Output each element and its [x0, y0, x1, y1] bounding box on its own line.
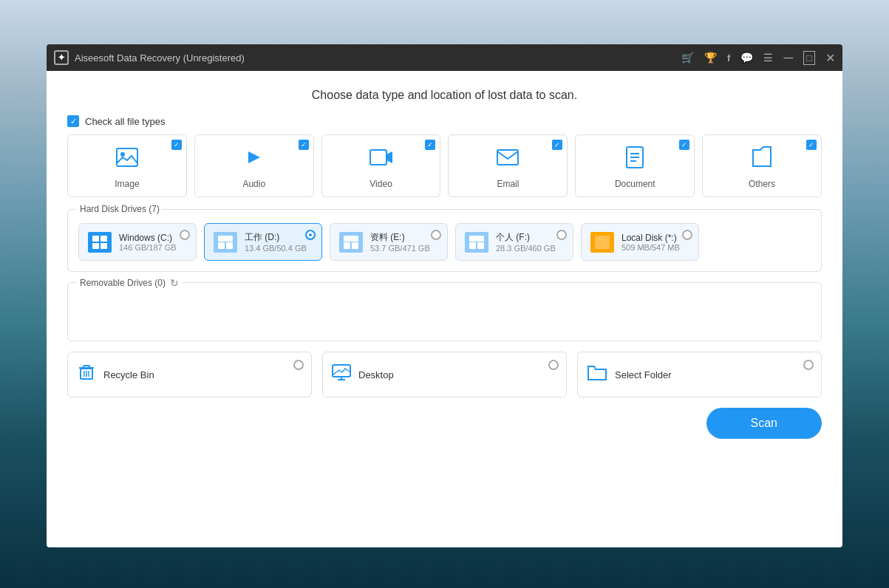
file-type-video[interactable]: Video	[321, 134, 441, 197]
image-checkbox[interactable]	[171, 140, 182, 150]
cart-icon[interactable]: 🛒	[681, 52, 694, 64]
windows-drive-icon	[88, 232, 112, 253]
menu-icon[interactable]: ☰	[763, 52, 773, 64]
drive-d-name: 工作 (D:)	[245, 231, 307, 244]
select-folder-card[interactable]: Select Folder	[577, 352, 822, 397]
drive-f[interactable]: 个人 (F:) 28.3 GB/460 GB	[455, 223, 573, 261]
drive-c[interactable]: Windows (C:) 146 GB/187 GB	[78, 223, 197, 261]
drive-c-info: Windows (C:) 146 GB/187 GB	[119, 233, 177, 252]
drive-star-size: 509 MB/547 MB	[621, 243, 680, 252]
drive-d-radio[interactable]	[305, 230, 316, 240]
desktop-icon	[332, 363, 351, 386]
svg-rect-19	[344, 236, 358, 242]
recycle-bin-radio[interactable]	[293, 360, 304, 370]
svg-rect-21	[477, 242, 484, 249]
svg-rect-26	[84, 366, 89, 368]
video-label: Video	[369, 179, 392, 189]
hard-disk-drives-section: Hard Disk Drives (7) Windows (C:) 146 GB…	[67, 209, 822, 272]
drive-star-info: Local Disk (*:) 509 MB/547 MB	[621, 233, 680, 252]
chat-icon[interactable]: 💬	[740, 52, 753, 64]
svg-rect-20	[469, 242, 476, 249]
desktop-label: Desktop	[358, 369, 394, 380]
drive-e[interactable]: 资料 (E:) 53.7 GB/471 GB	[330, 223, 448, 261]
page-heading: Choose data type and location of lost da…	[67, 89, 822, 102]
svg-rect-17	[344, 242, 350, 249]
drive-f-info: 个人 (F:) 28.3 GB/460 GB	[496, 231, 556, 253]
e-drive-icon	[339, 232, 363, 253]
drive-c-radio[interactable]	[180, 230, 190, 240]
audio-icon	[242, 146, 266, 174]
check-all-row: Check all file types	[67, 115, 822, 127]
folder-icon	[587, 363, 607, 386]
image-icon	[115, 146, 139, 174]
drive-star[interactable]: Local Disk (*:) 509 MB/547 MB	[581, 223, 699, 261]
svg-rect-16	[218, 236, 233, 242]
minimize-button[interactable]: ─	[783, 51, 793, 64]
svg-rect-3	[370, 150, 386, 165]
drive-star-radio[interactable]	[682, 230, 692, 240]
drive-e-info: 资料 (E:) 53.7 GB/471 GB	[370, 231, 430, 253]
file-type-email[interactable]: Email	[448, 134, 568, 197]
drive-d[interactable]: 工作 (D:) 13.4 GB/50.4 GB	[204, 223, 322, 261]
star-drive-icon	[590, 232, 614, 253]
drive-f-radio[interactable]	[556, 230, 567, 240]
file-type-others[interactable]: Others	[702, 134, 822, 197]
file-type-document[interactable]: Document	[575, 134, 695, 197]
email-checkbox[interactable]	[552, 140, 562, 150]
drive-c-name: Windows (C:)	[119, 233, 177, 243]
hard-disk-drives-title: Hard Disk Drives (7)	[77, 204, 163, 214]
drive-d-info: 工作 (D:) 13.4 GB/50.4 GB	[245, 231, 307, 253]
file-type-image[interactable]: Image	[67, 134, 187, 197]
select-folder-radio[interactable]	[803, 360, 814, 370]
email-label: Email	[497, 179, 519, 189]
file-type-audio[interactable]: Audio	[194, 134, 314, 197]
audio-label: Audio	[242, 179, 265, 189]
facebook-icon[interactable]: f	[727, 52, 730, 64]
svg-rect-10	[92, 236, 99, 242]
drives-row: Windows (C:) 146 GB/187 GB 工作 (D:) 13.4 …	[78, 223, 811, 261]
trophy-icon[interactable]: 🏆	[704, 52, 717, 64]
select-folder-label: Select Folder	[615, 369, 672, 380]
main-window: Choose data type and location of lost da…	[47, 71, 842, 547]
maximize-button[interactable]: □	[803, 51, 815, 65]
svg-rect-14	[218, 242, 225, 249]
svg-point-1	[120, 152, 125, 157]
drive-e-name: 资料 (E:)	[370, 231, 430, 244]
svg-marker-4	[386, 151, 392, 163]
titlebar-actions: 🛒 🏆 f 💬 ☰ ─ □ ✕	[681, 51, 835, 65]
recycle-bin-label: Recycle Bin	[103, 369, 154, 380]
svg-rect-13	[101, 243, 107, 249]
titlebar: ✦ Aiseesoft Data Recovery (Unregistered)…	[47, 44, 842, 71]
others-checkbox[interactable]	[806, 140, 817, 150]
check-all-label: Check all file types	[85, 116, 165, 127]
drive-star-name: Local Disk (*:)	[621, 233, 680, 243]
desktop-card[interactable]: Desktop	[322, 352, 567, 397]
image-label: Image	[115, 179, 139, 189]
scan-button[interactable]: Scan	[706, 408, 822, 439]
d-drive-icon	[214, 232, 237, 253]
document-checkbox[interactable]	[679, 140, 689, 150]
drive-e-size: 53.7 GB/471 GB	[370, 244, 430, 253]
close-button[interactable]: ✕	[825, 51, 835, 65]
svg-rect-18	[352, 242, 358, 249]
svg-rect-15	[226, 242, 233, 249]
drive-e-radio[interactable]	[431, 230, 441, 240]
check-all-checkbox[interactable]	[67, 115, 79, 127]
video-checkbox[interactable]	[425, 140, 435, 150]
document-icon	[623, 146, 647, 174]
recycle-bin-card[interactable]: Recycle Bin	[67, 352, 312, 397]
file-types-row: Image Audio Video	[67, 134, 822, 197]
refresh-icon[interactable]: ↻	[170, 277, 179, 289]
svg-rect-12	[92, 243, 99, 249]
svg-rect-23	[595, 236, 610, 249]
app-icon: ✦	[54, 50, 69, 65]
others-icon	[750, 146, 774, 174]
f-drive-icon	[465, 232, 488, 253]
svg-marker-2	[248, 151, 260, 163]
drive-f-name: 个人 (F:)	[496, 231, 556, 244]
others-label: Others	[749, 179, 775, 189]
svg-rect-22	[469, 236, 484, 242]
titlebar-title: Aiseesoft Data Recovery (Unregistered)	[75, 52, 681, 64]
audio-checkbox[interactable]	[299, 140, 309, 150]
desktop-radio[interactable]	[548, 360, 559, 370]
